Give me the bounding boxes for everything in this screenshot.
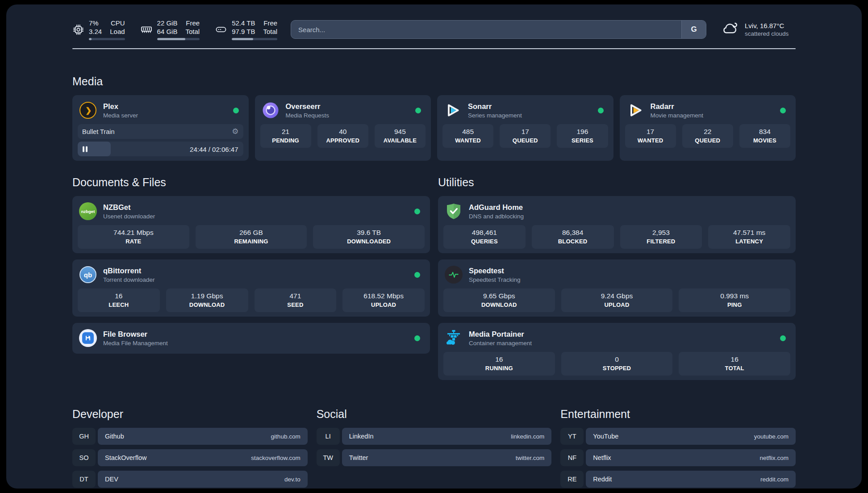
stat-tile: 2,953 FILTERED	[620, 225, 702, 249]
filebrowser-icon	[79, 329, 97, 347]
bookmark-abbr: SO	[72, 449, 96, 466]
stat-label: REMAINING	[198, 238, 305, 245]
bookmark-abbr: RE	[560, 471, 584, 488]
app-title: NZBGet	[103, 203, 409, 212]
filebrowser-card[interactable]: File Browser Media File Management	[72, 323, 430, 354]
stat-tile: 9.65 Gbps DOWNLOAD	[443, 288, 555, 312]
memory-free-value: 22 GiB	[157, 19, 178, 27]
app-subtitle: DNS and adblocking	[469, 213, 789, 220]
cpu-chip-icon	[72, 24, 84, 36]
stat-tile: 21 PENDING	[260, 124, 311, 148]
app-title: Radarr	[651, 102, 775, 111]
stat-value: 17	[628, 128, 673, 136]
bookmark-group-entertainment: Entertainment YT YouTube youtube.com NF …	[560, 408, 796, 489]
cpu-label: CPU	[110, 19, 125, 27]
stat-value: 834	[742, 128, 788, 136]
stat-tile: 0 STOPPED	[561, 352, 673, 376]
plex-icon: ❯	[79, 101, 97, 120]
disk-icon	[215, 23, 227, 36]
speedtest-card[interactable]: Speedtest Speedtest Tracking 9.65 Gbps D…	[438, 259, 796, 317]
stat-label: RUNNING	[446, 365, 552, 372]
app-title: Sonarr	[468, 102, 592, 111]
playback-time: 24:44 / 02:06:47	[190, 145, 238, 153]
stat-tile: 945 AVAILABLE	[375, 124, 426, 148]
app-title: Speedtest	[469, 267, 789, 275]
stat-label: TOTAL	[681, 365, 788, 372]
app-subtitle: Torrent downloader	[103, 276, 409, 283]
stat-tile: 196 SERIES	[557, 124, 608, 148]
top-bar: 7% 3.24 CPU Load	[72, 19, 796, 40]
bookmark-reddit[interactable]: RE Reddit reddit.com	[560, 471, 796, 488]
radarr-icon	[626, 101, 645, 120]
bookmark-name: DEV	[105, 476, 118, 483]
stat-tile: 834 MOVIES	[739, 124, 790, 148]
search-engine-button[interactable]: G	[681, 21, 706, 38]
stat-tile: 17 WANTED	[625, 124, 676, 148]
bookmark-url: dev.to	[284, 476, 300, 483]
portainer-icon	[444, 329, 463, 347]
portainer-card[interactable]: Media Portainer Container management 16 …	[438, 323, 796, 380]
bookmark-youtube[interactable]: YT YouTube youtube.com	[560, 428, 796, 445]
disk-free-value: 52.4 TB	[232, 19, 255, 27]
stat-tile: 498,461 QUERIES	[443, 225, 526, 249]
stat-tile: 39.6 TB DOWNLOADED	[313, 225, 425, 249]
stat-tile: 86,384 BLOCKED	[532, 225, 614, 249]
app-subtitle: Media server	[103, 112, 227, 119]
app-title: AdGuard Home	[469, 203, 789, 212]
status-dot	[415, 108, 421, 113]
app-title: File Browser	[103, 330, 409, 338]
stat-label: QUERIES	[446, 238, 523, 245]
memory-total-value: 64 GiB	[157, 27, 178, 36]
memory-total-label: Total	[185, 27, 200, 36]
app-subtitle: Series management	[468, 112, 592, 119]
stat-value: 744.21 Mbps	[80, 229, 187, 237]
adguard-icon	[444, 202, 463, 221]
bookmark-github[interactable]: GH Github github.com	[72, 428, 308, 445]
bookmark-url: youtube.com	[754, 433, 789, 440]
section-title-utilities: Utilities	[438, 176, 796, 189]
stat-label: AVAILABLE	[377, 137, 423, 144]
stat-value: 9.24 Gbps	[564, 292, 670, 300]
disk-total-label: Total	[263, 27, 277, 36]
stat-label: UPLOAD	[564, 301, 670, 308]
stat-label: RATE	[80, 238, 187, 245]
bookmark-stackoverflow[interactable]: SO StackOverflow stackoverflow.com	[72, 449, 308, 466]
sonarr-card[interactable]: Sonarr Series management 485 WANTED 17 Q…	[437, 95, 613, 161]
cpu-load-value: 3.24	[89, 27, 102, 36]
bookmark-dev[interactable]: DT DEV dev.to	[72, 471, 308, 488]
adguard-card[interactable]: AdGuard Home DNS and adblocking 498,461 …	[438, 196, 796, 253]
app-title: Overseerr	[286, 102, 410, 111]
radarr-card[interactable]: Radarr Movie management 17 WANTED 22 QUE…	[620, 95, 796, 161]
stat-label: QUEUED	[502, 137, 548, 144]
stat-value: 22	[685, 128, 730, 136]
section-title-social: Social	[317, 408, 552, 421]
search-input[interactable]	[291, 20, 706, 39]
stat-label: PING	[681, 301, 788, 308]
bookmark-twitter[interactable]: TW Twitter twitter.com	[317, 449, 552, 466]
gear-icon[interactable]: ⚙	[232, 128, 238, 135]
stat-tile: 618.52 Mbps UPLOAD	[342, 288, 425, 312]
bookmark-name: LinkedIn	[349, 433, 374, 440]
cpu-load-label: Load	[110, 27, 125, 36]
stat-label: UPLOAD	[345, 301, 422, 308]
now-playing-row: Bullet Train ⚙	[78, 124, 243, 139]
nzbget-card[interactable]: nzbget NZBGet Usenet downloader 744.21 M…	[72, 196, 430, 253]
stat-value: 0.993 ms	[681, 292, 788, 300]
stat-value: 40	[320, 128, 366, 136]
now-playing-title: Bullet Train	[82, 128, 115, 135]
bookmark-abbr: LI	[317, 428, 340, 445]
stat-value: 21	[263, 128, 309, 136]
nzbget-icon: nzbget	[79, 202, 97, 221]
qbittorrent-card[interactable]: qb qBittorrent Torrent downloader 16 LEE…	[72, 259, 430, 317]
status-dot	[598, 108, 604, 113]
pause-button[interactable]	[83, 146, 88, 152]
stat-tile: 266 GB REMAINING	[196, 225, 307, 249]
bookmark-netflix[interactable]: NF Netflix netflix.com	[560, 449, 796, 466]
bookmark-linkedin[interactable]: LI LinkedIn linkedin.com	[317, 428, 552, 445]
stat-value: 945	[377, 128, 423, 136]
plex-card[interactable]: ❯ Plex Media server Bullet Train ⚙ 24:44…	[72, 95, 249, 161]
weather-location: Lviv, 16.87°C	[745, 22, 789, 29]
memory-stat: 22 GiB 64 GiB Free Total	[140, 19, 200, 40]
section-title-media: Media	[72, 75, 796, 88]
overseerr-card[interactable]: Overseerr Media Requests 21 PENDING 40 A…	[255, 95, 431, 161]
